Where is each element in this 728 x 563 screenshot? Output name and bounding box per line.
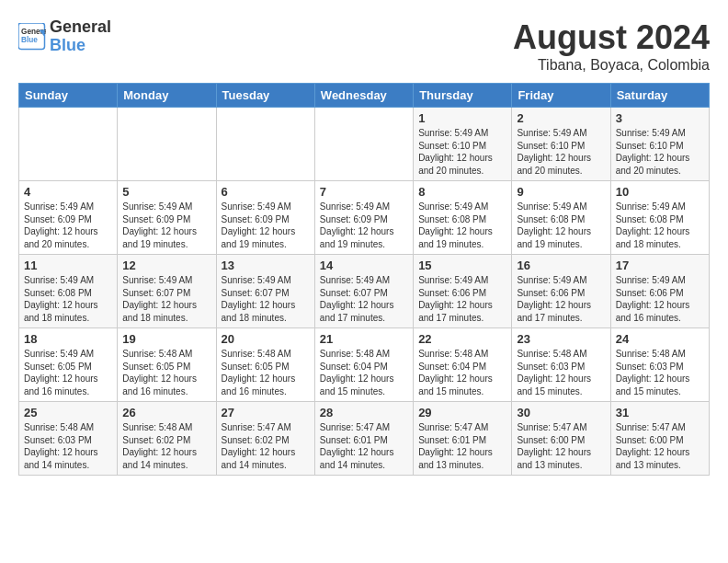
calendar-day-cell: 12Sunrise: 5:49 AM Sunset: 6:07 PM Dayli… — [118, 255, 216, 328]
calendar-day-cell: 10Sunrise: 5:49 AM Sunset: 6:08 PM Dayli… — [610, 181, 709, 255]
day-number: 22 — [418, 332, 506, 346]
weekday-header-sunday: Sunday — [19, 84, 118, 108]
calendar-day-cell — [118, 108, 216, 181]
day-number: 24 — [616, 332, 704, 346]
calendar-day-cell: 14Sunrise: 5:49 AM Sunset: 6:07 PM Dayli… — [314, 255, 413, 328]
day-info: Sunrise: 5:49 AM Sunset: 6:08 PM Dayligh… — [24, 274, 112, 324]
day-number: 5 — [122, 185, 210, 199]
calendar-day-cell: 25Sunrise: 5:48 AM Sunset: 6:03 PM Dayli… — [19, 402, 118, 476]
day-info: Sunrise: 5:49 AM Sunset: 6:07 PM Dayligh… — [320, 274, 408, 324]
day-number: 30 — [517, 406, 605, 419]
day-info: Sunrise: 5:48 AM Sunset: 6:03 PM Dayligh… — [517, 348, 605, 397]
day-number: 6 — [222, 185, 310, 199]
day-info: Sunrise: 5:49 AM Sunset: 6:10 PM Dayligh… — [616, 127, 704, 177]
day-number: 28 — [320, 406, 408, 419]
calendar-day-cell: 1Sunrise: 5:49 AM Sunset: 6:10 PM Daylig… — [414, 108, 512, 181]
day-number: 7 — [320, 185, 408, 199]
day-info: Sunrise: 5:47 AM Sunset: 6:02 PM Dayligh… — [222, 421, 310, 471]
day-number: 10 — [616, 185, 704, 199]
day-number: 29 — [418, 406, 506, 419]
day-info: Sunrise: 5:49 AM Sunset: 6:05 PM Dayligh… — [24, 348, 112, 397]
day-number: 19 — [122, 332, 210, 346]
day-number: 13 — [222, 259, 310, 272]
day-info: Sunrise: 5:49 AM Sunset: 6:07 PM Dayligh… — [222, 274, 310, 324]
day-info: Sunrise: 5:49 AM Sunset: 6:09 PM Dayligh… — [320, 201, 408, 250]
day-info: Sunrise: 5:49 AM Sunset: 6:07 PM Dayligh… — [122, 274, 210, 324]
calendar-day-cell: 17Sunrise: 5:49 AM Sunset: 6:06 PM Dayli… — [610, 255, 709, 328]
day-number: 15 — [418, 259, 506, 272]
day-info: Sunrise: 5:48 AM Sunset: 6:04 PM Dayligh… — [418, 348, 506, 397]
weekday-header-wednesday: Wednesday — [314, 84, 413, 108]
day-number: 11 — [24, 259, 112, 272]
calendar-day-cell: 30Sunrise: 5:47 AM Sunset: 6:00 PM Dayli… — [512, 402, 610, 476]
day-info: Sunrise: 5:49 AM Sunset: 6:06 PM Dayligh… — [517, 274, 605, 324]
calendar-day-cell — [314, 108, 413, 181]
day-info: Sunrise: 5:49 AM Sunset: 6:06 PM Dayligh… — [418, 274, 506, 324]
weekday-header-thursday: Thursday — [414, 84, 512, 108]
day-number: 12 — [122, 259, 210, 272]
day-number: 21 — [320, 332, 408, 346]
day-info: Sunrise: 5:48 AM Sunset: 6:03 PM Dayligh… — [24, 421, 112, 471]
day-info: Sunrise: 5:49 AM Sunset: 6:09 PM Dayligh… — [122, 201, 210, 250]
calendar-day-cell: 11Sunrise: 5:49 AM Sunset: 6:08 PM Dayli… — [19, 255, 118, 328]
calendar-day-cell: 5Sunrise: 5:49 AM Sunset: 6:09 PM Daylig… — [118, 181, 216, 255]
day-number: 14 — [320, 259, 408, 272]
day-number: 20 — [222, 332, 310, 346]
day-number: 31 — [616, 406, 704, 419]
day-info: Sunrise: 5:49 AM Sunset: 6:08 PM Dayligh… — [517, 201, 605, 250]
day-info: Sunrise: 5:47 AM Sunset: 6:01 PM Dayligh… — [320, 421, 408, 471]
day-info: Sunrise: 5:49 AM Sunset: 6:08 PM Dayligh… — [616, 201, 704, 250]
day-info: Sunrise: 5:49 AM Sunset: 6:10 PM Dayligh… — [418, 127, 506, 177]
weekday-header-monday: Monday — [118, 84, 216, 108]
logo-text: General Blue — [50, 18, 111, 55]
day-number: 16 — [517, 259, 605, 272]
day-number: 1 — [418, 111, 506, 125]
weekday-header-row: SundayMondayTuesdayWednesdayThursdayFrid… — [19, 84, 710, 108]
day-number: 9 — [517, 185, 605, 199]
calendar-day-cell: 26Sunrise: 5:48 AM Sunset: 6:02 PM Dayli… — [118, 402, 216, 476]
calendar-day-cell: 21Sunrise: 5:48 AM Sunset: 6:04 PM Dayli… — [314, 328, 413, 402]
day-number: 4 — [24, 185, 112, 199]
calendar-day-cell: 19Sunrise: 5:48 AM Sunset: 6:05 PM Dayli… — [118, 328, 216, 402]
calendar-day-cell: 6Sunrise: 5:49 AM Sunset: 6:09 PM Daylig… — [216, 181, 314, 255]
calendar-day-cell: 4Sunrise: 5:49 AM Sunset: 6:09 PM Daylig… — [19, 181, 118, 255]
calendar-week-row: 18Sunrise: 5:49 AM Sunset: 6:05 PM Dayli… — [19, 328, 710, 402]
calendar-day-cell — [216, 108, 314, 181]
calendar-week-row: 1Sunrise: 5:49 AM Sunset: 6:10 PM Daylig… — [19, 108, 710, 181]
day-number: 23 — [517, 332, 605, 346]
day-info: Sunrise: 5:49 AM Sunset: 6:10 PM Dayligh… — [517, 127, 605, 177]
calendar-day-cell: 28Sunrise: 5:47 AM Sunset: 6:01 PM Dayli… — [314, 402, 413, 476]
calendar-day-cell: 31Sunrise: 5:47 AM Sunset: 6:00 PM Dayli… — [610, 402, 709, 476]
day-info: Sunrise: 5:48 AM Sunset: 6:05 PM Dayligh… — [122, 348, 210, 397]
day-info: Sunrise: 5:49 AM Sunset: 6:06 PM Dayligh… — [616, 274, 704, 324]
day-info: Sunrise: 5:49 AM Sunset: 6:08 PM Dayligh… — [418, 201, 506, 250]
calendar-day-cell: 22Sunrise: 5:48 AM Sunset: 6:04 PM Dayli… — [414, 328, 512, 402]
calendar-day-cell: 7Sunrise: 5:49 AM Sunset: 6:09 PM Daylig… — [314, 181, 413, 255]
calendar-day-cell: 9Sunrise: 5:49 AM Sunset: 6:08 PM Daylig… — [512, 181, 610, 255]
calendar-day-cell: 16Sunrise: 5:49 AM Sunset: 6:06 PM Dayli… — [512, 255, 610, 328]
calendar-day-cell: 23Sunrise: 5:48 AM Sunset: 6:03 PM Dayli… — [512, 328, 610, 402]
logo-icon: General Blue — [18, 23, 46, 51]
day-info: Sunrise: 5:48 AM Sunset: 6:02 PM Dayligh… — [122, 421, 210, 471]
day-info: Sunrise: 5:48 AM Sunset: 6:05 PM Dayligh… — [222, 348, 310, 397]
month-title: August 2024 — [513, 18, 710, 57]
svg-text:Blue: Blue — [21, 36, 38, 44]
day-number: 8 — [418, 185, 506, 199]
calendar-table: SundayMondayTuesdayWednesdayThursdayFrid… — [18, 83, 710, 476]
calendar-day-cell: 24Sunrise: 5:48 AM Sunset: 6:03 PM Dayli… — [610, 328, 709, 402]
logo: General Blue General Blue — [18, 18, 111, 55]
location-subtitle: Tibana, Boyaca, Colombia — [513, 57, 710, 74]
day-info: Sunrise: 5:48 AM Sunset: 6:04 PM Dayligh… — [320, 348, 408, 397]
calendar-day-cell — [19, 108, 118, 181]
calendar-week-row: 25Sunrise: 5:48 AM Sunset: 6:03 PM Dayli… — [19, 402, 710, 476]
calendar-day-cell: 29Sunrise: 5:47 AM Sunset: 6:01 PM Dayli… — [414, 402, 512, 476]
day-number: 26 — [122, 406, 210, 419]
calendar-day-cell: 15Sunrise: 5:49 AM Sunset: 6:06 PM Dayli… — [414, 255, 512, 328]
weekday-header-friday: Friday — [512, 84, 610, 108]
day-number: 3 — [616, 111, 704, 125]
day-info: Sunrise: 5:48 AM Sunset: 6:03 PM Dayligh… — [616, 348, 704, 397]
day-number: 27 — [222, 406, 310, 419]
day-info: Sunrise: 5:47 AM Sunset: 6:00 PM Dayligh… — [616, 421, 704, 471]
day-number: 25 — [24, 406, 112, 419]
header: General Blue General Blue August 2024 Ti… — [18, 18, 710, 74]
